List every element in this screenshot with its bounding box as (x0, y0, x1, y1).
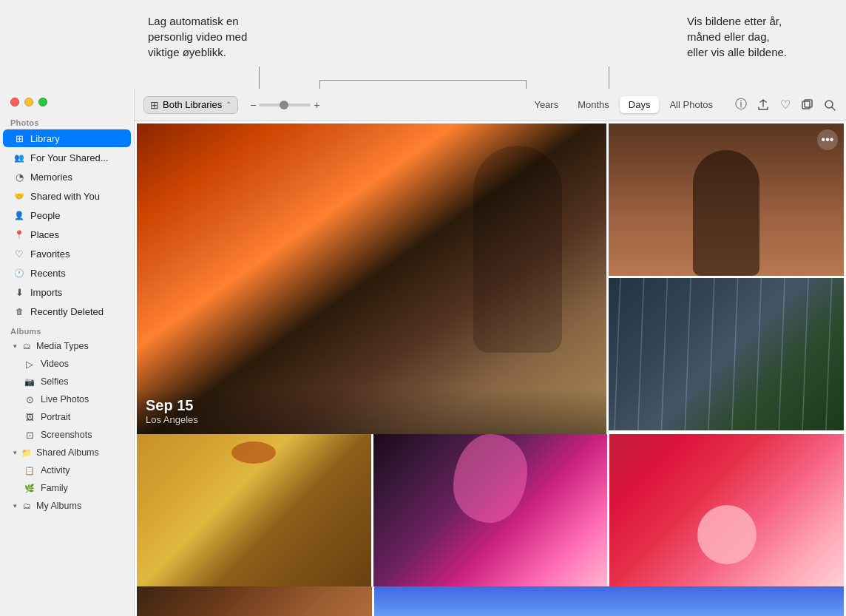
zoom-track[interactable] (259, 104, 311, 106)
photo-row2-left[interactable] (137, 434, 371, 586)
main-content: ⊞ Both Libraries ⌃ − + Years Months (135, 89, 846, 616)
photo-row3-right[interactable] (374, 586, 844, 616)
sidebar-item-family[interactable]: 🌿 Family (3, 480, 131, 496)
albums-button[interactable] (800, 98, 815, 112)
svg-line-7 (686, 278, 691, 430)
shared-icon: 👥 (13, 152, 25, 163)
sidebar-item-recently-deleted[interactable]: 🗑 Recently Deleted (3, 302, 131, 320)
sharedwithyou-icon: 🤝 (13, 190, 25, 202)
library-selector-chevron: ⌃ (226, 101, 231, 109)
library-selector-label: Both Libraries (163, 99, 222, 110)
photo-area[interactable]: Sep 15 Los Angeles ••• (135, 121, 846, 616)
tooltip-line (319, 80, 527, 89)
sidebar-item-places[interactable]: 📍 Places (3, 226, 131, 243)
sidebar-item-library[interactable]: ⊞ Library (3, 129, 131, 147)
tab-years[interactable]: Years (525, 96, 567, 113)
myalbums-icon: 🗂 (21, 500, 33, 512)
zoom-thumb[interactable] (280, 101, 288, 109)
svg-line-6 (662, 278, 668, 430)
people-icon: 👤 (13, 209, 25, 221)
albums-section-label: Albums (0, 321, 134, 337)
media-types-group[interactable]: ▾ 🗂 Media Types (3, 338, 131, 354)
photos-section-label: Photos (0, 112, 134, 129)
close-button[interactable] (10, 98, 19, 106)
sidebar-item-shared-with-you[interactable]: 🤝 Shared with You (3, 187, 131, 205)
app-window: Photos ⊞ Library 👥 For Your Shared... ◔ … (0, 89, 846, 616)
sidebar-item-imports[interactable]: ⬇ Imports (3, 283, 131, 301)
svg-line-9 (732, 278, 738, 430)
shared-albums-group[interactable]: ▾ 📁 Shared Albums (3, 444, 131, 461)
connector-right (609, 67, 609, 89)
library-selector[interactable]: ⊞ Both Libraries ⌃ (143, 96, 238, 114)
photo-date: Sep 15 (146, 397, 598, 414)
portrait-icon: 🖼 (24, 411, 35, 423)
my-albums-group[interactable]: ▾ 🗂 My Albums (3, 498, 131, 514)
sidebar-item-screenshots[interactable]: ⊡ Screenshots (3, 427, 131, 443)
share-button[interactable] (756, 98, 771, 112)
videos-icon: ▷ (24, 358, 35, 370)
tooltip-right: Vis bildene etter år,måned eller dag,ell… (687, 13, 787, 81)
sidebar-item-live-photos[interactable]: ⊙ Live Photos (3, 391, 131, 407)
zoom-plus-button[interactable]: + (314, 99, 319, 111)
info-button[interactable]: ⓘ (734, 98, 748, 112)
activity-icon: 📋 (24, 464, 35, 476)
svg-line-11 (779, 278, 785, 430)
photo-row3-left[interactable] (137, 586, 372, 616)
featured-photo[interactable]: Sep 15 Los Angeles (137, 123, 606, 434)
sharedalbums-icon: 📁 (21, 447, 33, 458)
photo-location: Los Angeles (146, 414, 598, 425)
sidebar-item-videos[interactable]: ▷ Videos (3, 356, 131, 372)
photo-row2-middle[interactable] (373, 434, 608, 586)
view-tabs: Years Months Days All Photos (525, 96, 722, 113)
photo-row2-right[interactable] (609, 434, 844, 586)
svg-line-5 (638, 278, 644, 430)
svg-line-3 (832, 107, 835, 110)
connector-left (259, 67, 260, 89)
minimize-button[interactable] (24, 98, 33, 106)
sidebar-item-portrait[interactable]: 🖼 Portrait (3, 409, 131, 425)
svg-line-12 (802, 278, 808, 430)
svg-line-4 (615, 278, 620, 430)
toolbar: ⊞ Both Libraries ⌃ − + Years Months (135, 89, 846, 121)
heart-button[interactable]: ♡ (778, 98, 793, 112)
zoom-minus-button[interactable]: − (250, 99, 256, 111)
window-controls (0, 89, 134, 112)
photo-bottom-right[interactable] (609, 278, 844, 430)
deleted-icon: 🗑 (13, 305, 25, 317)
livephotos-icon: ⊙ (24, 393, 35, 405)
tab-all-photos[interactable]: All Photos (660, 96, 722, 113)
sidebar-item-selfies[interactable]: 📷 Selfies (3, 373, 131, 390)
sidebar-item-for-your-shared[interactable]: 👥 For Your Shared... (3, 149, 131, 166)
sidebar-item-people[interactable]: 👤 People (3, 206, 131, 224)
selfies-icon: 📷 (24, 376, 35, 387)
photo-overlay: Sep 15 Los Angeles (137, 388, 606, 434)
sidebar-item-favorites[interactable]: ♡ Favorites (3, 245, 131, 263)
sidebar-item-memories[interactable]: ◔ Memories (3, 168, 131, 186)
fullscreen-button[interactable] (38, 98, 47, 106)
tab-days[interactable]: Days (620, 96, 660, 113)
recents-icon: 🕐 (13, 267, 25, 279)
family-icon: 🌿 (24, 482, 35, 494)
tooltip-left: Lag automatisk enpersonlig video medvikt… (148, 13, 247, 81)
library-grid-icon: ⊞ (150, 99, 159, 111)
media-types-chevron: ▾ (13, 342, 17, 350)
tooltip-area: Lag automatisk enpersonlig video medvikt… (0, 0, 846, 89)
places-icon: 📍 (13, 229, 25, 240)
sidebar: Photos ⊞ Library 👥 For Your Shared... ◔ … (0, 89, 135, 616)
more-button[interactable]: ••• (817, 129, 838, 150)
shared-albums-chevron: ▾ (13, 449, 17, 456)
photo-top-right[interactable]: ••• (609, 123, 844, 276)
search-button[interactable] (822, 98, 837, 112)
svg-line-13 (826, 278, 832, 430)
favorites-icon: ♡ (13, 248, 25, 260)
tab-months[interactable]: Months (569, 96, 618, 113)
sidebar-item-activity[interactable]: 📋 Activity (3, 462, 131, 478)
library-icon: ⊞ (13, 132, 25, 144)
toolbar-actions: ⓘ ♡ (734, 98, 837, 112)
imports-icon: ⬇ (13, 286, 25, 298)
sidebar-item-recents[interactable]: 🕐 Recents (3, 264, 131, 282)
svg-line-10 (756, 278, 762, 430)
zoom-slider: − + (250, 99, 319, 111)
my-albums-chevron: ▾ (13, 502, 17, 510)
memories-icon: ◔ (13, 171, 25, 183)
